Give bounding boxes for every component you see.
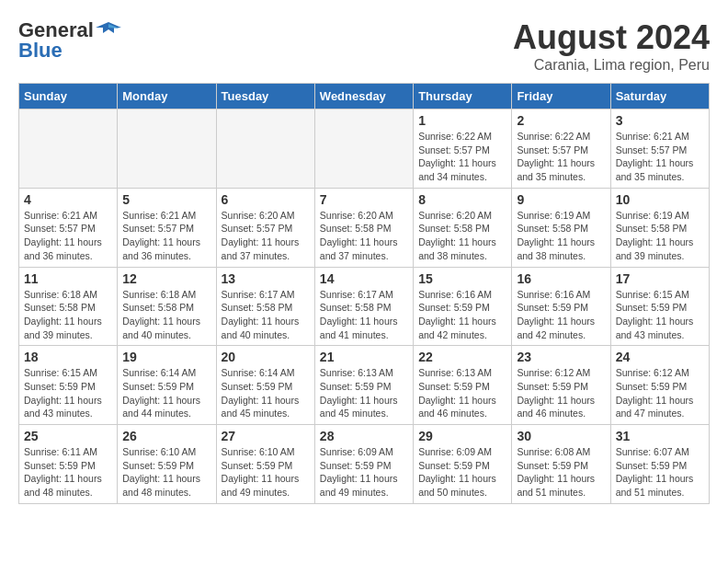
col-thursday: Thursday (414, 84, 512, 109)
day-number: 27 (222, 429, 310, 443)
calendar-cell: 20Sunrise: 6:14 AMSunset: 5:59 PMDayligh… (216, 346, 314, 425)
col-friday: Friday (512, 84, 610, 109)
calendar-week-4: 18Sunrise: 6:15 AMSunset: 5:59 PMDayligh… (19, 346, 710, 425)
day-number: 26 (122, 429, 210, 443)
day-number: 17 (616, 271, 704, 286)
day-number: 18 (24, 350, 112, 364)
day-info: Sunrise: 6:18 AMSunset: 5:58 PMDaylight:… (24, 288, 112, 342)
calendar-body: 1Sunrise: 6:22 AMSunset: 5:57 PMDaylight… (19, 109, 710, 504)
day-info: Sunrise: 6:18 AMSunset: 5:58 PMDaylight:… (122, 288, 210, 342)
col-wednesday: Wednesday (314, 84, 413, 109)
calendar-cell: 29Sunrise: 6:09 AMSunset: 5:59 PMDayligh… (414, 425, 512, 504)
day-number: 24 (616, 350, 704, 364)
calendar-cell: 6Sunrise: 6:20 AMSunset: 5:57 PMDaylight… (216, 188, 314, 267)
calendar-cell: 17Sunrise: 6:15 AMSunset: 5:59 PMDayligh… (610, 267, 709, 346)
calendar-cell: 28Sunrise: 6:09 AMSunset: 5:59 PMDayligh… (314, 425, 413, 504)
day-info: Sunrise: 6:22 AMSunset: 5:57 PMDaylight:… (517, 130, 605, 184)
logo-bird-icon (96, 20, 121, 40)
day-number: 25 (24, 429, 112, 443)
header-row: Sunday Monday Tuesday Wednesday Thursday… (19, 84, 710, 109)
day-info: Sunrise: 6:15 AMSunset: 5:59 PMDaylight:… (24, 366, 112, 420)
logo: General Blue (18, 18, 121, 63)
day-number: 19 (122, 350, 210, 364)
day-number: 29 (418, 429, 506, 443)
day-number: 5 (122, 192, 210, 207)
calendar-cell: 21Sunrise: 6:13 AMSunset: 5:59 PMDayligh… (314, 346, 413, 425)
calendar-cell: 22Sunrise: 6:13 AMSunset: 5:59 PMDayligh… (414, 346, 512, 425)
calendar-cell (19, 109, 118, 189)
day-info: Sunrise: 6:16 AMSunset: 5:59 PMDaylight:… (517, 288, 605, 342)
calendar-cell: 15Sunrise: 6:16 AMSunset: 5:59 PMDayligh… (414, 267, 512, 346)
calendar-cell: 7Sunrise: 6:20 AMSunset: 5:58 PMDaylight… (314, 188, 413, 267)
day-number: 22 (418, 350, 506, 364)
calendar-cell: 13Sunrise: 6:17 AMSunset: 5:58 PMDayligh… (216, 267, 314, 346)
calendar-week-3: 11Sunrise: 6:18 AMSunset: 5:58 PMDayligh… (19, 267, 710, 346)
day-info: Sunrise: 6:10 AMSunset: 5:59 PMDaylight:… (122, 445, 210, 500)
calendar-cell: 18Sunrise: 6:15 AMSunset: 5:59 PMDayligh… (19, 346, 118, 425)
day-info: Sunrise: 6:20 AMSunset: 5:58 PMDaylight:… (418, 209, 506, 263)
day-info: Sunrise: 6:14 AMSunset: 5:59 PMDaylight:… (122, 366, 210, 420)
day-info: Sunrise: 6:22 AMSunset: 5:57 PMDaylight:… (418, 130, 506, 184)
day-info: Sunrise: 6:09 AMSunset: 5:59 PMDaylight:… (418, 445, 506, 500)
day-info: Sunrise: 6:15 AMSunset: 5:59 PMDaylight:… (616, 288, 704, 342)
day-number: 31 (616, 429, 704, 443)
day-number: 14 (320, 271, 408, 286)
day-number: 23 (517, 350, 605, 364)
day-number: 2 (517, 113, 605, 128)
day-info: Sunrise: 6:14 AMSunset: 5:59 PMDaylight:… (222, 366, 310, 420)
calendar-cell: 14Sunrise: 6:17 AMSunset: 5:58 PMDayligh… (314, 267, 413, 346)
day-info: Sunrise: 6:21 AMSunset: 5:57 PMDaylight:… (122, 209, 210, 263)
col-sunday: Sunday (19, 84, 118, 109)
day-number: 1 (418, 113, 506, 128)
page-header: General Blue August 2024 Carania, Lima r… (18, 18, 710, 74)
day-info: Sunrise: 6:12 AMSunset: 5:59 PMDaylight:… (517, 366, 605, 420)
calendar-cell: 2Sunrise: 6:22 AMSunset: 5:57 PMDaylight… (512, 109, 610, 189)
calendar-cell: 11Sunrise: 6:18 AMSunset: 5:58 PMDayligh… (19, 267, 118, 346)
day-info: Sunrise: 6:08 AMSunset: 5:59 PMDaylight:… (517, 445, 605, 500)
day-info: Sunrise: 6:12 AMSunset: 5:59 PMDaylight:… (616, 366, 704, 420)
month-year-title: August 2024 (513, 18, 710, 57)
calendar-cell: 30Sunrise: 6:08 AMSunset: 5:59 PMDayligh… (512, 425, 610, 504)
col-tuesday: Tuesday (216, 84, 314, 109)
calendar-cell: 23Sunrise: 6:12 AMSunset: 5:59 PMDayligh… (512, 346, 610, 425)
day-number: 16 (517, 271, 605, 286)
day-info: Sunrise: 6:13 AMSunset: 5:59 PMDaylight:… (418, 366, 506, 420)
day-info: Sunrise: 6:16 AMSunset: 5:59 PMDaylight:… (418, 288, 506, 342)
day-number: 11 (24, 271, 112, 286)
calendar-cell: 9Sunrise: 6:19 AMSunset: 5:58 PMDaylight… (512, 188, 610, 267)
calendar-cell: 1Sunrise: 6:22 AMSunset: 5:57 PMDaylight… (414, 109, 512, 189)
day-number: 13 (222, 271, 310, 286)
calendar-cell: 16Sunrise: 6:16 AMSunset: 5:59 PMDayligh… (512, 267, 610, 346)
day-number: 15 (418, 271, 506, 286)
day-info: Sunrise: 6:09 AMSunset: 5:59 PMDaylight:… (320, 445, 408, 500)
col-monday: Monday (118, 84, 216, 109)
logo-blue-text: Blue (18, 39, 63, 63)
day-info: Sunrise: 6:07 AMSunset: 5:59 PMDaylight:… (616, 445, 704, 500)
calendar-cell (216, 109, 314, 189)
calendar-cell: 25Sunrise: 6:11 AMSunset: 5:59 PMDayligh… (19, 425, 118, 504)
calendar-cell: 31Sunrise: 6:07 AMSunset: 5:59 PMDayligh… (610, 425, 709, 504)
calendar-cell: 26Sunrise: 6:10 AMSunset: 5:59 PMDayligh… (118, 425, 216, 504)
day-info: Sunrise: 6:20 AMSunset: 5:57 PMDaylight:… (222, 209, 310, 263)
day-number: 30 (517, 429, 605, 443)
calendar-cell: 12Sunrise: 6:18 AMSunset: 5:58 PMDayligh… (118, 267, 216, 346)
calendar-cell: 4Sunrise: 6:21 AMSunset: 5:57 PMDaylight… (19, 188, 118, 267)
title-section: August 2024 Carania, Lima region, Peru (513, 18, 710, 74)
day-number: 3 (616, 113, 704, 128)
calendar-cell: 8Sunrise: 6:20 AMSunset: 5:58 PMDaylight… (414, 188, 512, 267)
calendar-cell: 24Sunrise: 6:12 AMSunset: 5:59 PMDayligh… (610, 346, 709, 425)
day-number: 4 (24, 192, 112, 207)
day-number: 10 (616, 192, 704, 207)
day-info: Sunrise: 6:19 AMSunset: 5:58 PMDaylight:… (616, 209, 704, 263)
calendar-week-5: 25Sunrise: 6:11 AMSunset: 5:59 PMDayligh… (19, 425, 710, 504)
col-saturday: Saturday (610, 84, 709, 109)
calendar-table: Sunday Monday Tuesday Wednesday Thursday… (18, 83, 710, 504)
day-info: Sunrise: 6:11 AMSunset: 5:59 PMDaylight:… (24, 445, 112, 500)
calendar-cell: 3Sunrise: 6:21 AMSunset: 5:57 PMDaylight… (610, 109, 709, 189)
calendar-cell (314, 109, 413, 189)
calendar-cell: 10Sunrise: 6:19 AMSunset: 5:58 PMDayligh… (610, 188, 709, 267)
day-number: 20 (222, 350, 310, 364)
day-info: Sunrise: 6:10 AMSunset: 5:59 PMDaylight:… (222, 445, 310, 500)
day-info: Sunrise: 6:20 AMSunset: 5:58 PMDaylight:… (320, 209, 408, 263)
day-number: 8 (418, 192, 506, 207)
